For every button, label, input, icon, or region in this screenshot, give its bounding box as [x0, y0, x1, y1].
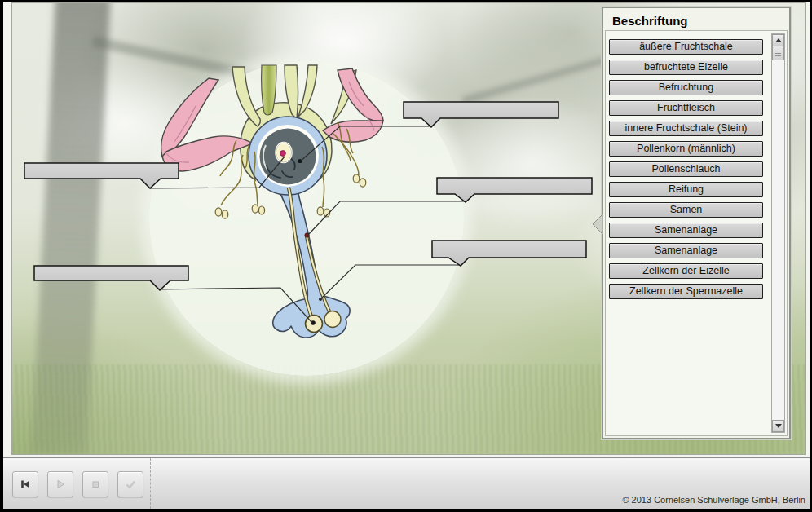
- skip-to-start-icon: [19, 478, 32, 491]
- label-button[interactable]: innere Fruchtschale (Stein): [609, 121, 763, 136]
- scroll-down-button[interactable]: [772, 420, 784, 432]
- label-panel: Beschriftung äußere Fruchtschalebefrucht…: [602, 7, 791, 439]
- scrollbar-thumb[interactable]: [772, 46, 784, 60]
- playback-toolbar: © 2013 Cornelsen Schulverlage GmbH, Berl…: [3, 457, 810, 509]
- check-icon: [124, 478, 137, 491]
- play-button[interactable]: [47, 471, 73, 497]
- sepal-prong: [232, 67, 260, 126]
- stop-button[interactable]: [82, 471, 108, 497]
- label-list-scrollbar[interactable]: [771, 33, 785, 433]
- label-button[interactable]: Samenanlage: [609, 223, 763, 238]
- egg-nucleus: [280, 151, 286, 157]
- label-button[interactable]: Samen: [609, 202, 763, 218]
- applet-window: © 2013 Cornelsen Schulverlage GmbH, Berl…: [0, 0, 812, 512]
- leader-line: [320, 265, 461, 299]
- panel-title: Beschriftung: [612, 14, 789, 28]
- label-button[interactable]: äußere Fruchtschale: [609, 39, 763, 55]
- toolbar-buttons: [12, 471, 143, 497]
- scrollbar-grip-icon: [775, 51, 781, 56]
- label-button[interactable]: Samenanlage: [609, 243, 763, 258]
- label-button[interactable]: Pollenschlauch: [609, 161, 763, 177]
- toolbar-divider: [150, 458, 151, 509]
- label-button[interactable]: Reifung: [609, 182, 763, 197]
- label-slot-1[interactable]: [404, 102, 558, 127]
- label-button[interactable]: Zellkern der Eizelle: [609, 263, 763, 279]
- confirm-button[interactable]: [117, 471, 143, 497]
- scroll-up-arrow-icon: [775, 38, 782, 42]
- copyright-text: © 2013 Cornelsen Schulverlage GmbH, Berl…: [622, 495, 805, 505]
- label-button[interactable]: Zellkern der Spermazelle: [609, 284, 763, 299]
- stop-icon: [89, 478, 102, 491]
- label-button[interactable]: Befruchtung: [609, 80, 763, 95]
- label-slot-4[interactable]: [24, 163, 179, 188]
- play-icon: [54, 478, 67, 491]
- pollen-grain-nucleus: [311, 320, 316, 325]
- label-slot-3[interactable]: [432, 241, 586, 266]
- label-button[interactable]: Pollenkorn (männlich): [609, 141, 763, 157]
- label-slot-5[interactable]: [34, 266, 188, 290]
- label-column: äußere Fruchtschalebefruchtete EizelleBe…: [609, 39, 763, 304]
- panel-collapse-handle[interactable]: [593, 214, 603, 235]
- label-list: äußere Fruchtschalebefruchtete EizelleBe…: [605, 30, 788, 436]
- sperm-nucleus-in-tube: [305, 233, 309, 237]
- scroll-up-button[interactable]: [772, 34, 784, 46]
- label-button[interactable]: Fruchtfleisch: [609, 100, 763, 116]
- petal-right: [323, 68, 383, 142]
- pollen-grain: [324, 311, 341, 328]
- skip-to-start-button[interactable]: [12, 471, 38, 497]
- label-button[interactable]: befruchtete Eizelle: [609, 60, 763, 75]
- collapse-left-arrow-icon: [593, 214, 603, 235]
- label-slot-2[interactable]: [437, 178, 592, 202]
- leader-line: [307, 201, 466, 236]
- scroll-down-arrow-icon: [775, 424, 782, 428]
